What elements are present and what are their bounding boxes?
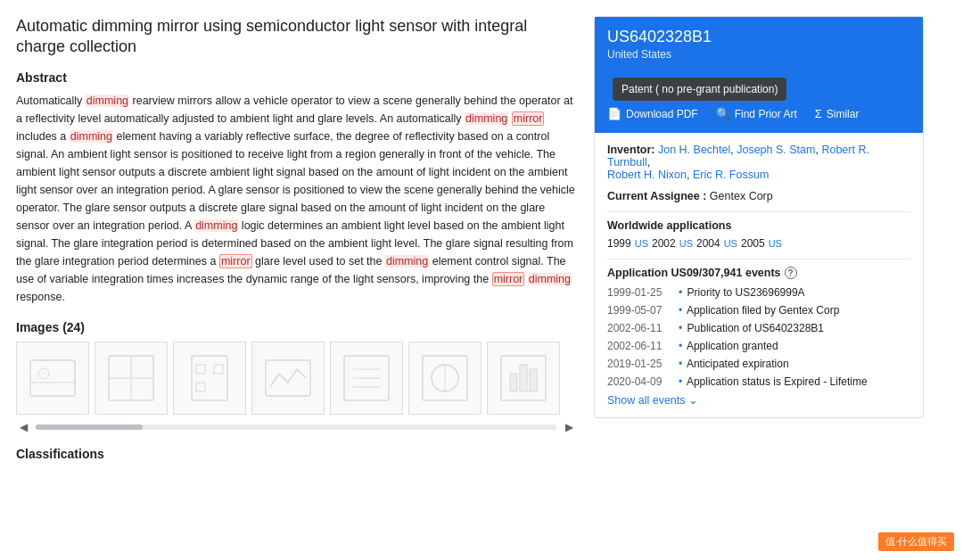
highlight-dimming-2: dimming xyxy=(465,112,508,125)
scroll-track[interactable] xyxy=(36,424,556,430)
svg-point-1 xyxy=(38,368,49,379)
classifications-section-title: Classifications xyxy=(16,447,576,461)
abstract-section-title: Abstract xyxy=(16,70,576,85)
show-all-events-label: Show all events xyxy=(607,394,686,407)
event-date-3: 2002-06-11 xyxy=(607,322,671,334)
scroll-thumb xyxy=(36,424,143,430)
image-scrollbar[interactable]: ◀ ▶ xyxy=(16,420,576,434)
event-desc-4: • Application granted xyxy=(679,340,778,352)
event-row-6: 2020-04-09 • Application status is Expir… xyxy=(607,375,910,388)
svg-rect-10 xyxy=(266,360,310,396)
scroll-right-arrow[interactable]: ▶ xyxy=(562,420,576,434)
event-date-5: 2019-01-25 xyxy=(607,358,671,370)
worldwide-title: Worldwide applications xyxy=(607,219,910,232)
highlight-mirror-1: mirror xyxy=(512,111,545,126)
image-thumb[interactable] xyxy=(95,342,168,415)
highlight-dimming-4: dimming xyxy=(194,219,238,232)
events-title-text: Application US09/307,941 events xyxy=(607,267,781,279)
country-us-2005[interactable]: US xyxy=(769,238,782,249)
image-thumb[interactable] xyxy=(16,342,89,415)
find-prior-art-button[interactable]: 🔍 Find Prior Art xyxy=(707,102,806,126)
similar-icon: Σ xyxy=(815,107,822,120)
svg-rect-19 xyxy=(510,374,517,391)
patent-country: United States xyxy=(607,48,910,61)
divider-2 xyxy=(607,259,910,259)
event-row-1: 1999-01-25 • Priority to US23696999A xyxy=(607,286,910,299)
find-prior-art-label: Find Prior Art xyxy=(735,108,797,120)
download-pdf-button[interactable]: 📄 Download PDF xyxy=(598,102,707,126)
show-all-events-chevron: ⌄ xyxy=(688,393,698,407)
similar-label: Similar xyxy=(827,108,860,120)
image-thumb[interactable] xyxy=(173,342,246,415)
events-section: Application US09/307,941 events ? 1999-0… xyxy=(607,267,910,407)
svg-rect-6 xyxy=(192,356,227,400)
inventor-link-2[interactable]: Joseph S. Stam xyxy=(737,144,815,156)
divider-1 xyxy=(607,211,910,212)
abstract-text: Automatically dimming rearview mirrors a… xyxy=(16,92,576,306)
svg-rect-7 xyxy=(196,365,205,374)
highlight-dimming-6: dimming xyxy=(528,273,572,285)
event-date-2: 1999-05-07 xyxy=(607,304,671,317)
patent-id: US6402328B1 xyxy=(607,28,910,46)
assignee-row: Current Assignee : Gentex Corp xyxy=(607,190,910,202)
year-2005: 2005 xyxy=(741,237,765,250)
action-buttons: 📄 Download PDF 🔍 Find Prior Art Σ Simila… xyxy=(595,102,923,133)
highlight-mirror-3: mirror xyxy=(492,272,525,286)
highlight-dimming-3: dimming xyxy=(70,130,113,143)
event-row-5: 2019-01-25 • Anticipated expiration xyxy=(607,358,910,370)
images-row xyxy=(16,342,576,415)
events-title: Application US09/307,941 events ? xyxy=(607,267,910,279)
svg-rect-8 xyxy=(214,365,223,374)
events-info-icon[interactable]: ? xyxy=(785,267,797,279)
download-pdf-label: Download PDF xyxy=(626,108,698,120)
year-2002: 2002 xyxy=(652,237,676,250)
worldwide-section: Worldwide applications 1999 US 2002 US 2… xyxy=(607,219,910,250)
svg-rect-20 xyxy=(520,365,527,391)
worldwide-years: 1999 US 2002 US 2004 US 2005 US xyxy=(607,237,910,250)
event-desc-6: • Application status is Expired - Lifeti… xyxy=(679,375,868,388)
patent-type-tooltip: Patent ( no pre-grant publication) xyxy=(613,78,786,101)
download-pdf-icon: 📄 xyxy=(607,107,621,120)
inventor-link-4[interactable]: Robert H. Nixon xyxy=(607,169,687,181)
image-thumb[interactable] xyxy=(487,342,560,415)
country-us-2002[interactable]: US xyxy=(679,238,693,249)
inventor-link-1[interactable]: Jon H. Bechtel xyxy=(658,144,730,156)
country-us-1999[interactable]: US xyxy=(635,238,648,249)
event-date-1: 1999-01-25 xyxy=(607,286,671,299)
event-row-3: 2002-06-11 • Publication of US6402328B1 xyxy=(607,322,910,334)
year-1999: 1999 xyxy=(607,237,631,250)
inventor-link-5[interactable]: Eric R. Fossum xyxy=(693,169,769,181)
inventor-label: Inventor: xyxy=(607,144,654,156)
svg-rect-0 xyxy=(30,360,75,396)
show-all-events-button[interactable]: Show all events ⌄ xyxy=(607,393,910,407)
find-prior-art-icon: 🔍 xyxy=(716,107,730,120)
patent-details: Inventor: Jon H. Bechtel, Joseph S. Stam… xyxy=(595,133,923,417)
event-date-6: 2020-04-09 xyxy=(607,375,671,388)
svg-rect-9 xyxy=(196,383,205,391)
event-desc-5: • Anticipated expiration xyxy=(679,358,789,370)
event-desc-3: • Publication of US6402328B1 xyxy=(679,322,824,334)
patent-card: US6402328B1 United States Patent ( no pr… xyxy=(594,16,924,418)
highlight-mirror-2: mirror xyxy=(219,254,252,268)
image-thumb[interactable] xyxy=(330,342,403,415)
patent-card-header: US6402328B1 United States xyxy=(595,17,923,68)
highlight-dimming-5: dimming xyxy=(385,255,429,268)
year-2004: 2004 xyxy=(696,237,720,250)
event-desc-2: • Application filed by Gentex Corp xyxy=(679,304,839,317)
page-title: Automatic dimming mirror using semicondu… xyxy=(16,16,576,58)
assignee-label: Current Assignee : xyxy=(607,190,706,202)
highlight-dimming-1: dimming xyxy=(86,95,129,107)
watermark: 值·什么值得买 xyxy=(878,532,954,551)
image-thumb[interactable] xyxy=(251,342,325,415)
country-us-2004[interactable]: US xyxy=(724,238,737,249)
event-date-4: 2002-06-11 xyxy=(607,340,671,352)
inventor-row: Inventor: Jon H. Bechtel, Joseph S. Stam… xyxy=(607,144,910,181)
scroll-left-arrow[interactable]: ◀ xyxy=(16,420,30,434)
classifications-section: Classifications xyxy=(16,447,576,461)
image-thumb[interactable] xyxy=(408,342,482,415)
event-desc-1: • Priority to US23696999A xyxy=(679,286,805,299)
event-row-4: 2002-06-11 • Application granted xyxy=(607,340,910,352)
assignee-value: Gentex Corp xyxy=(710,190,773,202)
similar-button[interactable]: Σ Similar xyxy=(806,102,868,126)
images-section-title: Images (24) xyxy=(16,320,576,334)
